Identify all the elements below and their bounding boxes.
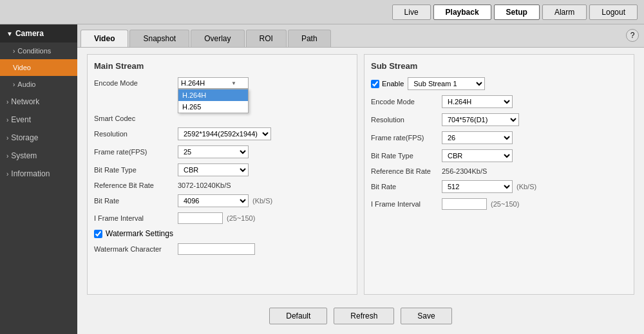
sub-enable-checkbox[interactable]	[371, 80, 379, 88]
main-ref-bitrate-row: Reference Bit Rate 3072-10240Kb/S	[94, 181, 350, 189]
sidebar: ▼ Camera › Conditions Video › Audio › Ne…	[0, 24, 77, 334]
main-ref-bitrate-value: 3072-10240Kb/S	[178, 181, 231, 189]
main-smart-codec-row: Smart Codec	[94, 115, 350, 122]
sub-bitrate-row: Bit Rate 512 (Kb/S)	[371, 180, 627, 193]
main-bitrate-type-label: Bit Rate Type	[94, 166, 178, 174]
refresh-button[interactable]: Refresh	[334, 308, 394, 324]
audio-arrow-icon: ›	[13, 81, 15, 88]
sub-resolution-label: Resolution	[371, 116, 442, 124]
sub-ref-bitrate-label: Reference Bit Rate	[371, 167, 442, 175]
encode-option-h265[interactable]: H.265	[178, 101, 248, 113]
main-encode-mode-label: Encode Mode	[94, 79, 178, 87]
tab-path[interactable]: Path	[288, 30, 331, 47]
sub-bitrate-unit: (Kb/S)	[516, 183, 536, 190]
storage-arrow-icon: ›	[6, 135, 8, 142]
sub-enable-label: Enable	[382, 80, 404, 88]
content-area: Video Snapshot Overlay ROI Path ? Main S…	[77, 24, 644, 334]
sub-bitrate-type-select[interactable]: CBR	[442, 149, 513, 162]
main-bitrate-select[interactable]: 4096	[178, 194, 249, 207]
main-resolution-label: Resolution	[94, 130, 178, 138]
save-button[interactable]: Save	[401, 308, 451, 324]
sidebar-item-network[interactable]: › Network	[0, 93, 77, 111]
sub-resolution-row: Resolution 704*576(D1)	[371, 113, 627, 126]
playback-button[interactable]: Playback	[433, 5, 491, 20]
sub-framerate-label: Frame rate(FPS)	[371, 134, 442, 142]
sub-resolution-wrap: 704*576(D1)	[442, 113, 519, 126]
live-button[interactable]: Live	[392, 5, 431, 20]
main-watermark-label: Watermark Settings	[106, 229, 173, 238]
setup-button[interactable]: Setup	[494, 5, 540, 20]
tab-roi[interactable]: ROI	[246, 30, 287, 47]
tab-overlay[interactable]: Overlay	[191, 30, 244, 47]
camera-arrow-icon: ▼	[6, 30, 13, 37]
main-encode-mode-select[interactable]: H.264H	[178, 77, 249, 89]
main-iframe-label: I Frame Interval	[94, 214, 178, 222]
main-bitrate-type-row: Bit Rate Type CBR	[94, 163, 350, 176]
sidebar-item-video[interactable]: Video	[0, 59, 77, 76]
sub-ref-bitrate-value: 256-2304Kb/S	[442, 167, 487, 175]
main-resolution-wrap: 2592*1944(2592x1944)	[178, 127, 271, 140]
main-watermark-char-row: Watermark Character DigitalCCTV	[94, 243, 350, 255]
settings-panel: Main Stream Encode Mode H.264H H.264H H.…	[77, 48, 644, 301]
main-framerate-select[interactable]: 25	[178, 145, 249, 158]
main-stream-section: Main Stream Encode Mode H.264H H.264H H.…	[87, 54, 357, 295]
main-watermark-char-input[interactable]: DigitalCCTV	[178, 243, 255, 255]
main-iframe-input[interactable]: 50	[178, 212, 223, 224]
sub-bitrate-type-wrap: CBR	[442, 149, 513, 162]
sub-iframe-label: I Frame Interval	[371, 200, 442, 208]
main-watermark-char-label: Watermark Character	[94, 245, 178, 253]
sub-bitrate-type-label: Bit Rate Type	[371, 152, 442, 160]
sub-framerate-wrap: 26	[442, 131, 513, 144]
main-framerate-label: Frame rate(FPS)	[94, 148, 178, 156]
encode-option-h264h[interactable]: H.264H	[178, 89, 248, 101]
sidebar-item-camera[interactable]: ▼ Camera	[0, 24, 77, 42]
main-iframe-row: I Frame Interval 50 (25~150)	[94, 212, 350, 224]
sub-encode-mode-wrap: H.264H	[442, 95, 513, 108]
sub-bitrate-select[interactable]: 512	[442, 180, 513, 193]
sub-bitrate-type-row: Bit Rate Type CBR	[371, 149, 627, 162]
sub-iframe-hint: (25~150)	[491, 200, 519, 208]
main-encode-mode-wrapper: H.264H H.264H H.265	[178, 77, 249, 89]
main-watermark-checkbox[interactable]	[94, 230, 102, 238]
logout-button[interactable]: Logout	[589, 5, 638, 20]
tab-video[interactable]: Video	[80, 30, 128, 47]
sub-encode-mode-select[interactable]: H.264H	[442, 95, 513, 108]
main-layout: ▼ Camera › Conditions Video › Audio › Ne…	[0, 24, 644, 334]
conditions-arrow-icon: ›	[13, 48, 15, 55]
sub-ref-bitrate-row: Reference Bit Rate 256-2304Kb/S	[371, 167, 627, 175]
sidebar-item-storage[interactable]: › Storage	[0, 129, 77, 147]
sidebar-item-conditions[interactable]: › Conditions	[0, 42, 77, 59]
main-bitrate-wrap: 4096	[178, 194, 249, 207]
sub-iframe-row: I Frame Interval 50 (25~150)	[371, 198, 627, 210]
sub-encode-mode-label: Encode Mode	[371, 98, 442, 106]
main-encode-mode-row: Encode Mode H.264H H.264H H.265	[94, 77, 350, 89]
sub-iframe-input[interactable]: 50	[442, 198, 487, 210]
main-watermark-settings-row: Watermark Settings	[94, 229, 350, 238]
main-resolution-select[interactable]: 2592*1944(2592x1944)	[178, 127, 271, 140]
top-nav: Live Playback Setup Alarm Logout	[0, 0, 644, 24]
sub-encode-mode-row: Encode Mode H.264H	[371, 95, 627, 108]
sub-framerate-row: Frame rate(FPS) 26	[371, 131, 627, 144]
sidebar-item-event[interactable]: › Event	[0, 111, 77, 129]
network-arrow-icon: ›	[6, 98, 8, 106]
sidebar-item-audio[interactable]: › Audio	[0, 76, 77, 93]
main-resolution-row: Resolution 2592*1944(2592x1944)	[94, 127, 350, 140]
help-icon[interactable]: ?	[626, 29, 639, 42]
main-stream-title: Main Stream	[94, 61, 350, 71]
sub-framerate-select[interactable]: 26	[442, 131, 513, 144]
alarm-button[interactable]: Alarm	[542, 5, 587, 20]
sub-enable-row: Enable Sub Stream 1 Sub Stream 2	[371, 77, 627, 90]
sidebar-item-system[interactable]: › System	[0, 147, 77, 165]
system-arrow-icon: ›	[6, 153, 8, 160]
sub-stream-section: Sub Stream Enable Sub Stream 1 Sub Strea…	[364, 54, 634, 295]
main-framerate-wrap: 25	[178, 145, 249, 158]
sub-stream-select[interactable]: Sub Stream 1 Sub Stream 2	[408, 77, 485, 90]
main-bitrate-type-select[interactable]: CBR	[178, 163, 249, 176]
sub-resolution-select[interactable]: 704*576(D1)	[442, 113, 519, 126]
tab-snapshot[interactable]: Snapshot	[129, 30, 189, 47]
sidebar-item-information[interactable]: › Information	[0, 165, 77, 183]
main-bitrate-label: Bit Rate	[94, 197, 178, 205]
default-button[interactable]: Default	[269, 308, 327, 324]
tab-bar: Video Snapshot Overlay ROI Path ?	[77, 24, 644, 48]
main-encode-mode-dropdown: H.264H H.265	[178, 89, 249, 113]
